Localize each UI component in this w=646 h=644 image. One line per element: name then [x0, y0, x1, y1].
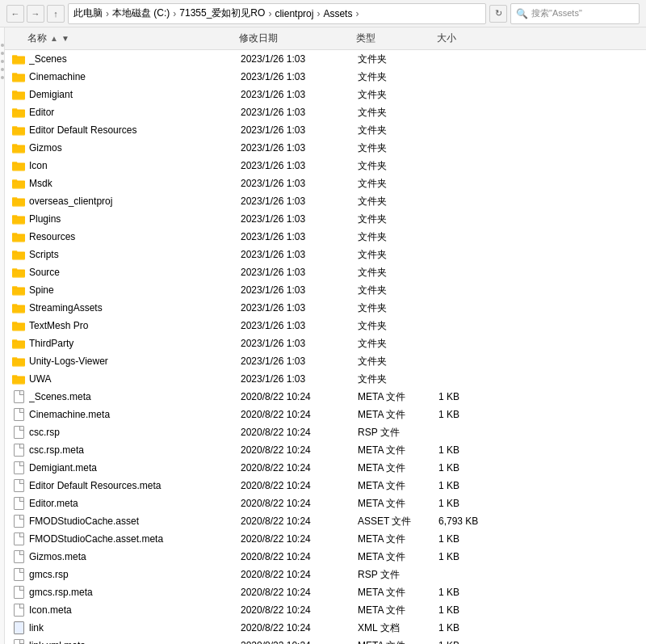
folder-row[interactable]: Scripts 2023/1/26 1:03 文件夹	[5, 246, 646, 263]
file-name: link.xml.meta	[29, 640, 241, 644]
folder-row[interactable]: Plugins 2023/1/26 1:03 文件夹	[5, 210, 646, 228]
file-row[interactable]: gmcs.rsp 2020/8/22 10:24 RSP 文件	[5, 566, 646, 583]
col-sort-dropdown-icon[interactable]: ▼	[61, 34, 69, 43]
folder-row[interactable]: Gizmos 2023/1/26 1:03 文件夹	[5, 139, 646, 157]
refresh-button[interactable]: ↻	[489, 5, 507, 23]
folder-date: 2023/1/26 1:03	[241, 178, 358, 189]
folder-type: 文件夹	[358, 195, 438, 208]
file-date: 2020/8/22 10:24	[241, 569, 358, 580]
file-row[interactable]: Cinemachine.meta 2020/8/22 10:24 META 文件…	[5, 406, 646, 423]
svg-rect-69	[12, 288, 25, 289]
folder-date: 2023/1/26 1:03	[241, 89, 358, 100]
svg-rect-64	[12, 270, 25, 271]
address-path[interactable]: 此电脑 › 本地磁盘 (C:) › 71355_爱如初见RO › clientp…	[68, 3, 486, 24]
file-name: Editor.meta	[29, 498, 241, 509]
folder-date: 2023/1/26 1:03	[241, 142, 358, 154]
file-row[interactable]: link.xml.meta 2020/8/22 10:24 META 文件 1 …	[5, 637, 646, 644]
path-part-1[interactable]: 本地磁盘 (C:)	[112, 6, 170, 20]
file-row[interactable]: Gizmos.meta 2020/8/22 10:24 META 文件 1 KB	[5, 548, 646, 566]
nav-dot-1	[1, 44, 4, 47]
file-type: RSP 文件	[358, 568, 438, 582]
folder-row[interactable]: Resources 2023/1/26 1:03 文件夹	[5, 228, 646, 246]
file-date: 2020/8/22 10:24	[241, 480, 358, 491]
file-icon	[11, 461, 26, 475]
col-date-header[interactable]: 修改日期	[239, 32, 356, 45]
folder-icon	[11, 354, 26, 368]
file-size: 1 KB	[438, 444, 511, 456]
folder-rows: _Scenes 2023/1/26 1:03 文件夹 Cinemachine 2…	[5, 50, 646, 388]
file-rows: _Scenes.meta 2020/8/22 10:24 META 文件 1 K…	[5, 388, 646, 644]
path-part-2[interactable]: 71355_爱如初见RO	[179, 6, 265, 20]
folder-icon	[11, 105, 26, 120]
col-name-header[interactable]: 名称 ▲ ▼	[5, 32, 239, 45]
folder-row[interactable]: Source 2023/1/26 1:03 文件夹	[5, 263, 646, 281]
folder-row[interactable]: ThirdParty 2023/1/26 1:03 文件夹	[5, 335, 646, 352]
file-icon	[11, 585, 26, 600]
folder-type: 文件夹	[358, 355, 438, 368]
file-row[interactable]: gmcs.rsp.meta 2020/8/22 10:24 META 文件 1 …	[5, 583, 646, 601]
search-box[interactable]: 🔍 搜索"Assets"	[510, 3, 640, 24]
folder-type: 文件夹	[358, 266, 438, 280]
svg-rect-84	[12, 341, 25, 343]
col-type-header[interactable]: 类型	[356, 32, 437, 45]
path-part-0[interactable]: 此电脑	[73, 6, 103, 20]
folder-row[interactable]: Unity-Logs-Viewer 2023/1/26 1:03 文件夹	[5, 352, 646, 370]
up-button[interactable]: ↑	[47, 5, 65, 23]
folder-row[interactable]: Editor 2023/1/26 1:03 文件夹	[5, 103, 646, 121]
sep-3: ›	[317, 8, 320, 19]
folder-row[interactable]: Spine 2023/1/26 1:03 文件夹	[5, 281, 646, 299]
file-row[interactable]: _Scenes.meta 2020/8/22 10:24 META 文件 1 K…	[5, 388, 646, 406]
folder-row[interactable]: TextMesh Pro 2023/1/26 1:03 文件夹	[5, 317, 646, 335]
folder-name: Unity-Logs-Viewer	[29, 356, 241, 367]
folder-date: 2023/1/26 1:03	[241, 107, 358, 118]
file-row[interactable]: csc.rsp.meta 2020/8/22 10:24 META 文件 1 K…	[5, 441, 646, 459]
file-type: META 文件	[358, 497, 438, 511]
folder-row[interactable]: StreamingAssets 2023/1/26 1:03 文件夹	[5, 299, 646, 317]
folder-type: 文件夹	[358, 337, 438, 351]
forward-button[interactable]: →	[27, 5, 44, 23]
file-type: META 文件	[358, 479, 438, 493]
file-generic-icon	[14, 497, 24, 510]
file-type: ASSET 文件	[358, 515, 438, 528]
folder-row[interactable]: overseas_clientproj 2023/1/26 1:03 文件夹	[5, 192, 646, 210]
file-type: META 文件	[358, 639, 438, 645]
folder-date: 2023/1/26 1:03	[241, 53, 358, 65]
folder-name: Spine	[29, 284, 241, 296]
column-header: 名称 ▲ ▼ 修改日期 类型 大小	[5, 27, 646, 50]
file-row[interactable]: Icon.meta 2020/8/22 10:24 META 文件 1 KB	[5, 601, 646, 619]
path-part-4[interactable]: Assets	[323, 8, 352, 19]
file-row[interactable]: FMODStudioCache.asset 2020/8/22 10:24 AS…	[5, 512, 646, 530]
back-button[interactable]: ←	[6, 5, 24, 23]
file-name: Cinemachine.meta	[29, 409, 241, 420]
folder-row[interactable]: Msdk 2023/1/26 1:03 文件夹	[5, 175, 646, 192]
file-date: 2020/8/22 10:24	[241, 444, 358, 456]
file-list-container[interactable]: 名称 ▲ ▼ 修改日期 类型 大小 _Scenes 2023/1/26 1:03…	[5, 27, 646, 644]
file-generic-icon	[14, 604, 24, 617]
file-generic-icon	[14, 479, 24, 492]
sep-1: ›	[173, 8, 176, 19]
path-part-3[interactable]: clientproj	[275, 8, 313, 19]
file-row[interactable]: link 2020/8/22 10:24 XML 文档 1 KB	[5, 619, 646, 637]
folder-row[interactable]: Cinemachine 2023/1/26 1:03 文件夹	[5, 68, 646, 86]
file-generic-icon	[14, 426, 24, 439]
folder-row[interactable]: UWA 2023/1/26 1:03 文件夹	[5, 370, 646, 388]
folder-row[interactable]: Icon 2023/1/26 1:03 文件夹	[5, 157, 646, 175]
file-type: META 文件	[358, 586, 438, 600]
col-size-header[interactable]: 大小	[437, 32, 510, 45]
svg-rect-74	[12, 305, 25, 307]
file-row[interactable]: Editor Default Resources.meta 2020/8/22 …	[5, 477, 646, 495]
folder-row[interactable]: _Scenes 2023/1/26 1:03 文件夹	[5, 50, 646, 68]
file-name: Demigiant.meta	[29, 462, 241, 474]
file-row[interactable]: FMODStudioCache.asset.meta 2020/8/22 10:…	[5, 530, 646, 548]
folder-name: ThirdParty	[29, 338, 241, 349]
folder-row[interactable]: Editor Default Resources 2023/1/26 1:03 …	[5, 121, 646, 139]
folder-row[interactable]: Demigiant 2023/1/26 1:03 文件夹	[5, 86, 646, 103]
folder-type: 文件夹	[358, 301, 438, 315]
file-row[interactable]: csc.rsp 2020/8/22 10:24 RSP 文件	[5, 423, 646, 441]
file-icon	[11, 603, 26, 617]
file-row[interactable]: Editor.meta 2020/8/22 10:24 META 文件 1 KB	[5, 495, 646, 512]
file-row[interactable]: Demigiant.meta 2020/8/22 10:24 META 文件 1…	[5, 459, 646, 477]
svg-rect-19	[12, 110, 25, 112]
nav-dot-2	[1, 52, 4, 55]
folder-date: 2023/1/26 1:03	[241, 338, 358, 349]
